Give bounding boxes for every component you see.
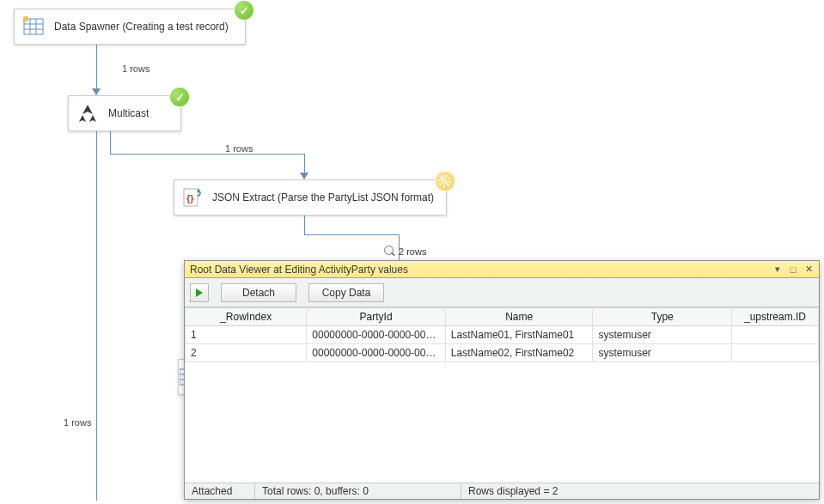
col-type[interactable]: Type [593, 308, 732, 326]
table-row[interactable]: 1 00000000-0000-0000-00… LastName01, Fir… [186, 326, 819, 344]
close-icon[interactable]: ✕ [802, 264, 815, 276]
detach-button[interactable]: Detach [221, 283, 296, 302]
node-data-spawner[interactable]: Data Spawner (Creating a test record) ✓ [14, 9, 246, 45]
multicast-icon [76, 101, 100, 125]
edge-label-1: 1 rows [120, 64, 151, 74]
preview-row-count: 2 rows [384, 246, 426, 258]
edge-label-4: 1 rows [62, 417, 93, 428]
node-label: Data Spawner (Creating a test record) [54, 21, 229, 33]
panel-titlebar[interactable]: Root Data Viewer at Editing ActivityPart… [185, 261, 819, 278]
data-viewer-panel: Root Data Viewer at Editing ActivityPart… [184, 260, 820, 500]
minimize-icon[interactable]: ▾ [771, 264, 784, 276]
maximize-icon[interactable]: □ [786, 264, 800, 276]
magnifier-icon [384, 246, 396, 258]
status-check-icon: ✓ [170, 88, 189, 106]
svg-point-5 [23, 16, 28, 21]
data-grid[interactable]: _RowIndex PartyId Name Type _upstream.ID… [185, 307, 819, 483]
node-json-extract[interactable]: {} JSON Extract (Parse the PartyList JSO… [174, 179, 447, 216]
node-label: Multicast [108, 107, 149, 119]
grid-icon [21, 15, 46, 39]
panel-title-text: Root Data Viewer at Editing ActivityPart… [190, 264, 408, 276]
status-check-icon: ✓ [235, 1, 253, 20]
status-totals: Total rows: 0, buffers: 0 [255, 483, 461, 499]
col-rowindex[interactable]: _RowIndex [186, 308, 307, 326]
table-header-row: _RowIndex PartyId Name Type _upstream.ID [186, 308, 819, 326]
panel-toolbar: Detach Copy Data [185, 278, 819, 307]
status-bar: Attached Total rows: 0, buffers: 0 Rows … [185, 483, 819, 499]
node-multicast[interactable]: Multicast ✓ [68, 95, 181, 131]
run-button[interactable] [190, 283, 209, 302]
edge-label-2: 1 rows [223, 143, 254, 154]
col-name[interactable]: Name [445, 308, 593, 326]
table-row[interactable]: 2 00000000-0000-0000-00… LastName02, Fir… [186, 344, 819, 362]
col-upstreamid[interactable]: _upstream.ID [732, 308, 819, 326]
status-busy-icon [436, 172, 455, 191]
status-displayed: Rows displayed = 2 [461, 483, 819, 499]
json-extract-icon: {} [181, 185, 204, 209]
status-attached: Attached [185, 483, 255, 499]
col-partyid[interactable]: PartyId [307, 308, 446, 326]
svg-text:{}: {} [186, 193, 194, 203]
copy-data-button[interactable]: Copy Data [308, 283, 384, 302]
node-label: JSON Extract (Parse the PartyList JSON f… [212, 191, 434, 203]
